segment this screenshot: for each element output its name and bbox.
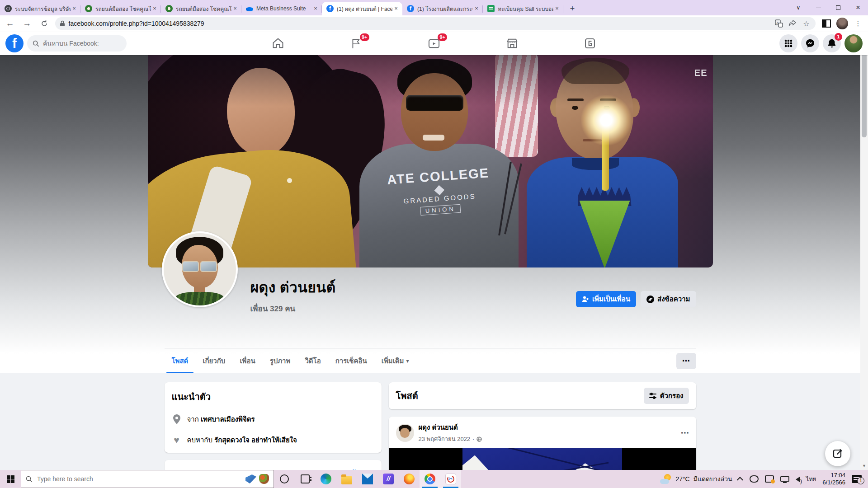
taskbar-search-input[interactable] xyxy=(37,475,245,483)
close-button[interactable] xyxy=(848,0,868,15)
date: 6/1/2566 xyxy=(822,479,845,486)
m-app-button[interactable] xyxy=(378,470,399,488)
tab-close-icon[interactable] xyxy=(71,5,78,12)
post-options-icon[interactable] xyxy=(681,428,689,438)
browser-tab-2[interactable]: รถยนต์มือสอง โชคคูณโชค อุดรธานี xyxy=(80,2,161,15)
minimize-button[interactable] xyxy=(808,0,828,15)
tab-checkins[interactable]: การเช็คอิน xyxy=(328,348,374,373)
facebook-logo-icon[interactable] xyxy=(5,34,24,52)
intro-from-value[interactable]: เทศบาลเมืองพิจิตร xyxy=(201,415,255,423)
reload-icon[interactable] xyxy=(37,16,52,31)
browser-menu-icon[interactable] xyxy=(853,18,863,29)
post-date[interactable]: 23 พฤศจิกายน 2022 xyxy=(419,434,471,444)
browser-profile-avatar[interactable] xyxy=(836,18,848,29)
pages-tab[interactable]: 9+ xyxy=(331,32,381,55)
tab-close-icon[interactable] xyxy=(312,5,319,12)
gaming-tab[interactable] xyxy=(565,32,615,55)
messenger-button[interactable] xyxy=(801,34,819,52)
tab-videos[interactable]: วิดีโอ xyxy=(297,348,328,373)
tab-close-icon[interactable] xyxy=(392,5,400,12)
new-tab-button[interactable] xyxy=(566,3,579,15)
scrollbar[interactable]: ▲ ▼ xyxy=(860,32,868,470)
tab-close-icon[interactable] xyxy=(231,5,239,12)
intro-from-label: จาก xyxy=(187,415,199,423)
cover-corner-text: EE xyxy=(694,68,708,78)
cortana-button[interactable] xyxy=(274,470,295,488)
seasonal-interest-icon[interactable] xyxy=(259,474,269,484)
apps-menu-button[interactable] xyxy=(779,34,797,52)
browser-tab-6[interactable]: (1) โรงงานผลิตและกระจายรถยนต์ใช้แ xyxy=(402,2,483,15)
tab-close-icon[interactable] xyxy=(473,5,480,12)
clock[interactable]: 17:04 6/1/2566 xyxy=(822,472,845,486)
compose-fab-button[interactable] xyxy=(825,441,850,466)
post-video[interactable] xyxy=(389,448,696,470)
tab-posts[interactable]: โพสต์ xyxy=(165,348,196,373)
edge-icon xyxy=(321,474,331,484)
profile-picture[interactable] xyxy=(162,231,238,307)
tab-photos[interactable]: รูปภาพ xyxy=(263,348,298,373)
scroll-down-icon[interactable]: ▼ xyxy=(860,462,868,470)
forward-icon[interactable]: → xyxy=(20,16,34,31)
meet-now-icon[interactable] xyxy=(750,475,759,483)
action-center-badge: 1 xyxy=(857,477,864,484)
network-icon[interactable] xyxy=(780,476,789,482)
tab-more[interactable]: เพิ่มเติม xyxy=(374,348,416,373)
profile-more-options-button[interactable] xyxy=(676,353,696,369)
marketplace-tab[interactable] xyxy=(487,32,537,55)
filter-icon xyxy=(649,393,656,399)
scrollbar-thumb[interactable] xyxy=(862,42,867,137)
intro-rel-value[interactable]: รักสุดดวงใจ อย่าทำให้เสียใจ xyxy=(214,436,297,444)
facebook-search[interactable] xyxy=(27,35,127,52)
post-author-name[interactable]: ผดุง ต่วนยนต์ xyxy=(419,422,482,433)
post-author-avatar[interactable] xyxy=(396,424,414,442)
start-button[interactable] xyxy=(0,470,21,488)
tab-friends[interactable]: เพื่อน xyxy=(232,348,262,373)
browser-tab-3[interactable]: รถยนต์มือสอง โชคคูณโชค อุดรธานี xyxy=(161,2,241,15)
language-indicator[interactable]: ไทย xyxy=(806,474,816,484)
windows-taskbar: 27°C มีแดดบางส่วน ไทย 17:04 6/1/2566 1 xyxy=(0,470,868,488)
url-bar[interactable]: facebook.com/profile.php?id=100041495838… xyxy=(55,17,816,30)
update-status-icon[interactable] xyxy=(765,475,774,483)
facebook-profile-avatar[interactable] xyxy=(844,34,863,52)
browser-tab-4[interactable]: Meta Business Suite xyxy=(241,2,322,15)
tab-close-icon[interactable] xyxy=(553,5,561,12)
chrome-button[interactable] xyxy=(420,470,440,488)
firefox-button[interactable] xyxy=(399,470,420,488)
browser-tab-5-active[interactable]: (1) ผดุง ต่วนยนต์ | Facebook xyxy=(322,2,402,15)
tab-close-icon[interactable] xyxy=(151,5,158,12)
tray-expand-icon[interactable] xyxy=(736,477,743,483)
action-center-icon[interactable]: 1 xyxy=(852,475,862,483)
watch-tab[interactable]: 9+ xyxy=(409,32,459,55)
weather-widget[interactable]: 27°C มีแดดบางส่วน xyxy=(660,474,732,484)
volume-icon[interactable] xyxy=(796,477,800,482)
taskbar-search[interactable] xyxy=(21,470,274,488)
browser-tab-7[interactable]: ทะเบียนคุม Sall ระบบออนไลน์.xlsx - G xyxy=(483,2,563,15)
add-friend-button[interactable]: เพิ่มเป็นเพื่อน xyxy=(576,291,636,307)
maximize-button[interactable] xyxy=(828,0,848,15)
search-input[interactable] xyxy=(43,40,120,47)
filter-button[interactable]: ตัวกรอง xyxy=(644,388,689,404)
side-panel-icon[interactable] xyxy=(822,19,831,28)
snipping-tool-button[interactable] xyxy=(440,470,461,488)
file-explorer-button[interactable] xyxy=(336,470,357,488)
notifications-button[interactable]: 1 xyxy=(823,34,841,52)
share-icon[interactable] xyxy=(788,19,797,28)
browser-tab-1[interactable]: ระบบจัดการข้อมูล บริษัท โชคคูณโชค xyxy=(0,2,80,15)
photos-card: รูปภาพ ดูรูปภาพทั้งหมด xyxy=(165,460,382,470)
edge-button[interactable] xyxy=(316,470,336,488)
news-interest-icon[interactable] xyxy=(245,474,256,483)
dot-separator: · xyxy=(472,436,474,442)
bookmark-star-icon[interactable] xyxy=(801,19,811,28)
home-tab[interactable] xyxy=(253,32,303,55)
friends-count[interactable]: เพื่อน 329 คน xyxy=(250,302,336,314)
task-view-button[interactable] xyxy=(295,470,316,488)
cover-photo[interactable]: ATE COLLEGE GRADED GOODS UNION EE xyxy=(148,55,713,267)
back-icon[interactable]: ← xyxy=(3,16,17,31)
message-button[interactable]: ส่งข้อความ xyxy=(641,291,696,307)
translate-icon[interactable]: A xyxy=(774,19,784,28)
facebook-header: 9+ 9+ 1 xyxy=(0,32,868,55)
intro-rel-label: คบหากับ xyxy=(187,436,212,444)
mail-button[interactable] xyxy=(357,470,378,488)
tab-search-chevron-icon[interactable] xyxy=(788,0,808,15)
tab-about[interactable]: เกี่ยวกับ xyxy=(195,348,232,373)
